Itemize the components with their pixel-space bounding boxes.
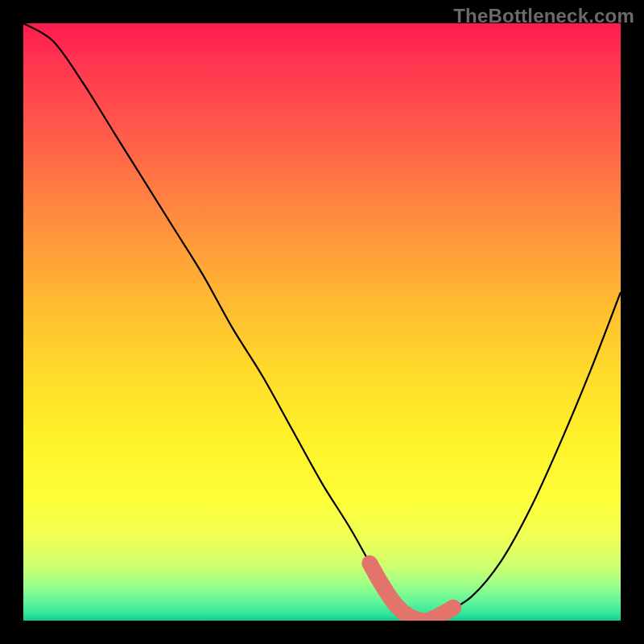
chart-plot-area — [23, 23, 621, 621]
optimal-range-marker — [369, 564, 453, 621]
bottleneck-curve — [23, 23, 621, 621]
bottleneck-curve-svg — [23, 23, 621, 621]
watermark-text: TheBottleneck.com — [453, 5, 634, 27]
